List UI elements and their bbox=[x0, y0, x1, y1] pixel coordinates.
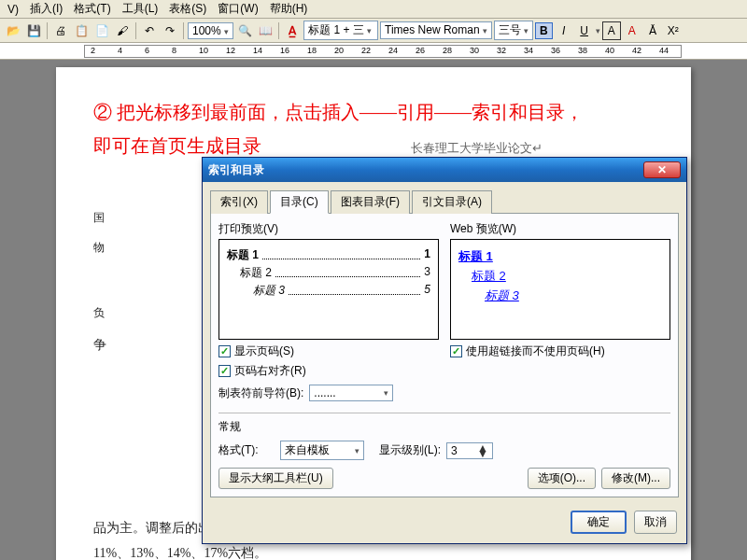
ruler-tick: 18 bbox=[307, 46, 317, 55]
ruler-tick: 12 bbox=[226, 46, 235, 55]
zoom-icon[interactable]: 🔍 bbox=[235, 21, 254, 40]
paste-icon[interactable]: 📄 bbox=[92, 21, 111, 40]
body-left-3: 负 bbox=[93, 302, 105, 324]
superscript-icon[interactable]: X² bbox=[664, 21, 683, 40]
right-align-checkbox[interactable]: ✓ bbox=[218, 365, 231, 377]
ruler-tick: 30 bbox=[470, 46, 479, 55]
font-combo[interactable]: Times New Roman ▾ bbox=[380, 21, 492, 39]
ruler-tick: 10 bbox=[199, 46, 208, 55]
outline-toolbar-button[interactable]: 显示大纲工具栏(U) bbox=[218, 468, 333, 489]
ruler: 2468101214161820222426283032343638404244 bbox=[0, 43, 747, 60]
ruler-tick: 14 bbox=[253, 46, 262, 55]
menu-window[interactable]: 窗口(W) bbox=[212, 0, 263, 19]
menu-tools[interactable]: 工具(L) bbox=[117, 0, 164, 19]
web-preview-label: Web 预览(W) bbox=[450, 221, 670, 237]
cancel-button[interactable]: 取消 bbox=[634, 511, 677, 534]
general-label: 常规 bbox=[218, 419, 670, 435]
save-icon[interactable]: 💾 bbox=[24, 21, 43, 40]
format-label: 格式(T): bbox=[218, 442, 275, 458]
menu-help[interactable]: 帮助(H) bbox=[264, 0, 314, 19]
ruler-tick: 2 bbox=[91, 46, 95, 55]
web-preview-box: 标题 1 标题 2 标题 3 bbox=[450, 239, 670, 340]
redo-icon[interactable]: ↷ bbox=[161, 21, 179, 40]
ruler-tick: 40 bbox=[605, 46, 614, 55]
read-icon[interactable]: 📖 bbox=[256, 21, 275, 40]
levels-label: 显示级别(L): bbox=[379, 442, 441, 458]
use-hyperlinks-checkbox[interactable]: ✓ bbox=[450, 345, 462, 357]
ruler-tick: 34 bbox=[524, 46, 533, 55]
tab-panel: 打印预览(V) 标题 11 标题 23 标题 35 ✓显示页码(S) ✓页码右对… bbox=[210, 214, 679, 497]
tab-toc[interactable]: 目录(C) bbox=[270, 190, 329, 214]
format-combo[interactable]: 来自模板▾ bbox=[280, 441, 364, 460]
ruler-tick: 16 bbox=[280, 46, 289, 55]
fontsize-combo[interactable]: 三号 ▾ bbox=[494, 21, 533, 40]
bold-button[interactable]: B bbox=[535, 22, 553, 39]
dialog-titlebar[interactable]: 索引和目录 ✕ bbox=[203, 158, 686, 182]
body-left-1: 国 bbox=[93, 207, 105, 229]
print-preview-label: 打印预览(V) bbox=[218, 221, 439, 237]
menubar: V) 插入(I) 格式(T) 工具(L) 表格(S) 窗口(W) 帮助(H) bbox=[0, 0, 747, 19]
italic-button[interactable]: I bbox=[555, 21, 573, 40]
menu-format[interactable]: 格式(T) bbox=[68, 0, 116, 19]
menu-table[interactable]: 表格(S) bbox=[163, 0, 212, 19]
print-icon[interactable]: 🖨 bbox=[51, 21, 70, 40]
show-pages-label: 显示页码(S) bbox=[234, 343, 294, 359]
ruler-tick: 32 bbox=[497, 46, 506, 55]
use-hyperlinks-label: 使用超链接而不使用页码(H) bbox=[466, 343, 605, 359]
levels-spinner[interactable]: 3▲▼ bbox=[446, 442, 493, 459]
style-a-icon[interactable]: A̲ bbox=[283, 21, 302, 40]
right-align-label: 页码右对齐(R) bbox=[234, 363, 306, 379]
toolbar: 📂 💾 🖨 📋 📄 🖌 ↶ ↷ 100% ▾ 🔍 📖 A̲ 标题 1 + 三 ▾… bbox=[0, 19, 747, 43]
ruler-tick: 4 bbox=[118, 46, 122, 55]
ruler-tick: 22 bbox=[361, 46, 371, 55]
ruler-tick: 24 bbox=[388, 46, 398, 55]
options-button[interactable]: 选项(O)... bbox=[528, 468, 596, 489]
tab-figures[interactable]: 图表目录(F) bbox=[331, 190, 410, 214]
ruler-tick: 38 bbox=[578, 46, 587, 55]
ruler-tick: 6 bbox=[145, 46, 149, 55]
undo-icon[interactable]: ↶ bbox=[140, 21, 159, 40]
open-icon[interactable]: 📂 bbox=[4, 21, 22, 40]
color-a-icon[interactable]: A bbox=[623, 21, 641, 40]
ruler-tick: 8 bbox=[172, 46, 176, 55]
ruler-tick: 42 bbox=[632, 46, 641, 55]
style-combo[interactable]: 标题 1 + 三 ▾ bbox=[303, 21, 378, 40]
dialog-tabs: 索引(X) 目录(C) 图表目录(F) 引文目录(A) bbox=[210, 189, 679, 214]
ruler-tick: 28 bbox=[443, 46, 452, 55]
zoom-combo[interactable]: 100% ▾ bbox=[188, 22, 233, 39]
toc-item-3: 标题 3 bbox=[253, 283, 285, 299]
copy-icon[interactable]: 📋 bbox=[72, 21, 91, 40]
ruler-tick: 20 bbox=[334, 46, 344, 55]
format-painter-icon[interactable]: 🖌 bbox=[113, 21, 132, 40]
tab-citations[interactable]: 引文目录(A) bbox=[412, 190, 492, 214]
spin-down-icon[interactable]: ▼ bbox=[477, 451, 488, 456]
leader-label: 制表符前导符(B): bbox=[218, 385, 303, 401]
ruler-tick: 36 bbox=[551, 46, 560, 55]
show-pages-checkbox[interactable]: ✓ bbox=[218, 345, 231, 357]
ruler-tick: 26 bbox=[416, 46, 425, 55]
menu-insert[interactable]: 插入(I) bbox=[24, 0, 68, 19]
tab-index[interactable]: 索引(X) bbox=[210, 190, 268, 214]
dialog-title: 索引和目录 bbox=[208, 162, 264, 178]
charfx-icon[interactable]: Ǎ bbox=[643, 21, 662, 40]
modify-button[interactable]: 修改(M)... bbox=[601, 468, 670, 489]
index-toc-dialog: 索引和目录 ✕ 索引(X) 目录(C) 图表目录(F) 引文目录(A) 打印预览… bbox=[202, 157, 687, 544]
leader-combo[interactable]: .......▾ bbox=[309, 385, 393, 401]
body-left-2: 物 bbox=[93, 237, 105, 259]
toc-item-1: 标题 1 bbox=[227, 247, 259, 263]
web-link-1[interactable]: 标题 1 bbox=[458, 248, 662, 265]
frame-a-icon[interactable]: A bbox=[602, 21, 621, 40]
ok-button[interactable]: 确定 bbox=[571, 511, 627, 534]
instruction-line-1: ② 把光标移到最前面，点击插入——引用——索引和目录， bbox=[93, 95, 654, 129]
web-link-3[interactable]: 标题 3 bbox=[458, 287, 662, 304]
close-button[interactable]: ✕ bbox=[643, 161, 681, 178]
menu-prev[interactable]: V) bbox=[2, 1, 24, 18]
underline-button[interactable]: U bbox=[575, 21, 594, 40]
toc-item-2: 标题 2 bbox=[240, 265, 272, 281]
ruler-tick: 44 bbox=[659, 46, 669, 55]
ruler-scale: 2468101214161820222426283032343638404244 bbox=[84, 45, 682, 58]
web-link-2[interactable]: 标题 2 bbox=[458, 268, 662, 285]
print-preview-box: 标题 11 标题 23 标题 35 bbox=[218, 239, 439, 340]
